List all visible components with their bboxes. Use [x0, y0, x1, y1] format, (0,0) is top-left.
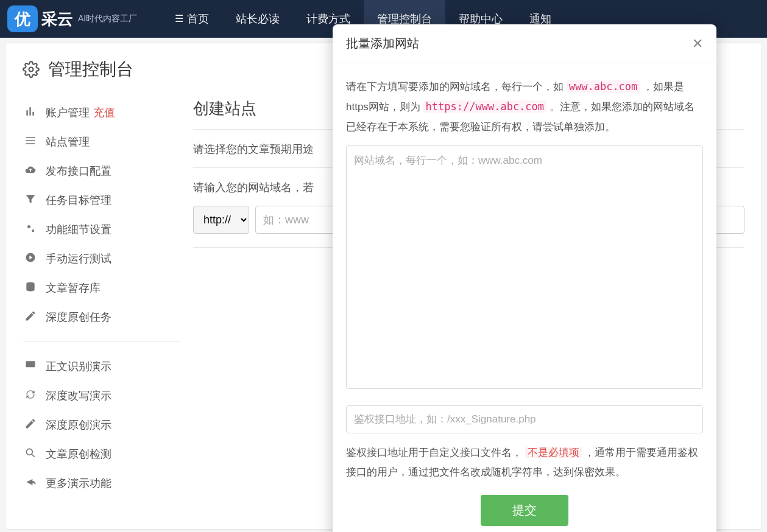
sidebar: 账户管理 充值 站点管理 发布接口配置 任务目标管理 功能细节设置: [23, 98, 193, 498]
sidebar-item-publish[interactable]: 发布接口配置: [23, 156, 181, 186]
svg-point-2: [32, 229, 34, 232]
chart-bar-icon: [23, 105, 38, 121]
sidebar-item-label: 深度改写演示: [46, 388, 111, 403]
sidebar-item-label: 深度原创演示: [46, 418, 111, 432]
svg-point-1: [27, 225, 30, 228]
text-part: 鉴权接口地址用于自定义接口文件名，: [346, 447, 522, 458]
auth-url-input[interactable]: [346, 405, 703, 433]
sidebar-item-label: 手动运行测试: [46, 251, 111, 266]
close-button[interactable]: ✕: [692, 36, 703, 52]
text-part: 请在下方填写要添加的网站域名，每行一个，如: [346, 81, 567, 93]
nav-home[interactable]: ☰ 首页: [161, 0, 222, 38]
nav-webmaster[interactable]: 站长必读: [222, 0, 293, 38]
close-icon: ✕: [692, 36, 703, 51]
logo-tagline: AI时代内容工厂: [78, 13, 137, 24]
auth-hint: 鉴权接口地址用于自定义接口文件名， 不是必填项 ，通常用于需要通用鉴权接口的用户…: [346, 443, 703, 483]
submit-button[interactable]: 提交: [481, 495, 568, 526]
brand-logo[interactable]: 优 采云 AI时代内容工厂: [0, 5, 137, 32]
sidebar-item-more-demos[interactable]: 更多演示功能: [23, 469, 181, 498]
sidebar-item-content-demo[interactable]: 正文识别演示: [23, 352, 181, 381]
nav-label: 首页: [187, 0, 209, 38]
domains-textarea[interactable]: [346, 145, 703, 389]
sidebar-item-original-demo[interactable]: 深度原创演示: [23, 410, 181, 439]
recharge-link[interactable]: 充值: [93, 105, 115, 120]
code-example-1: www.abc.com: [567, 80, 640, 93]
modal-header: 批量添加网站 ✕: [333, 24, 716, 63]
sidebar-item-label: 正文识别演示: [46, 359, 111, 374]
sidebar-item-sites[interactable]: 站点管理: [23, 127, 181, 156]
sidebar-item-storage[interactable]: 文章暂存库: [23, 273, 181, 303]
sidebar-item-manual-run[interactable]: 手动运行测试: [23, 244, 181, 273]
edit-icon: [23, 310, 38, 325]
edit-icon: [23, 418, 38, 433]
protocol-select[interactable]: http://: [193, 206, 249, 234]
sidebar-item-label: 深度原创任务: [46, 310, 111, 324]
sidebar-item-label: 更多演示功能: [46, 476, 111, 491]
sidebar-item-label: 任务目标管理: [46, 193, 111, 208]
cloud-upload-icon: [23, 164, 38, 179]
filter-icon: [23, 193, 38, 208]
monitor-icon: [23, 359, 38, 374]
gear-icon: [23, 61, 40, 78]
modal-title: 批量添加网站: [346, 35, 419, 52]
share-icon: [23, 476, 38, 491]
sidebar-item-plagiarism-check[interactable]: 文章原创检测: [23, 439, 181, 469]
list-icon: ☰: [175, 0, 183, 38]
sidebar-divider: [23, 341, 181, 342]
bulk-add-modal: 批量添加网站 ✕ 请在下方填写要添加的网站域名，每行一个，如 www.abc.c…: [333, 24, 716, 532]
sidebar-item-deep-original[interactable]: 深度原创任务: [23, 303, 181, 332]
refresh-icon: [23, 388, 38, 404]
sidebar-item-rewrite-demo[interactable]: 深度改写演示: [23, 381, 181, 410]
page-title: 管理控制台: [48, 58, 133, 81]
sidebar-item-label: 发布接口配置: [46, 164, 111, 178]
sidebar-item-account[interactable]: 账户管理 充值: [23, 98, 181, 127]
svg-point-0: [29, 68, 34, 72]
sidebar-item-settings[interactable]: 功能细节设置: [23, 215, 181, 244]
modal-body: 请在下方填写要添加的网站域名，每行一个，如 www.abc.com ，如果是ht…: [333, 63, 716, 532]
optional-badge: 不是必填项: [525, 447, 582, 458]
play-circle-icon: [23, 251, 38, 267]
cogs-icon: [23, 222, 38, 237]
code-example-2: https://www.abc.com: [423, 100, 546, 113]
instruction-text: 请在下方填写要添加的网站域名，每行一个，如 www.abc.com ，如果是ht…: [346, 77, 703, 137]
sidebar-item-label: 站点管理: [46, 135, 90, 149]
sidebar-item-label: 文章原创检测: [46, 447, 111, 461]
svg-rect-5: [26, 361, 35, 367]
nav-label: 站长必读: [236, 0, 280, 38]
logo-badge: 优: [7, 5, 38, 32]
logo-text: 采云: [41, 9, 73, 30]
svg-point-6: [26, 449, 32, 455]
sidebar-item-tasks[interactable]: 任务目标管理: [23, 186, 181, 215]
sidebar-item-label: 文章暂存库: [46, 281, 101, 295]
sidebar-item-label: 功能细节设置: [46, 222, 111, 237]
list-icon: [23, 135, 38, 150]
database-icon: [23, 281, 38, 296]
search-icon: [23, 447, 38, 462]
sidebar-item-label: 账户管理: [46, 105, 90, 120]
